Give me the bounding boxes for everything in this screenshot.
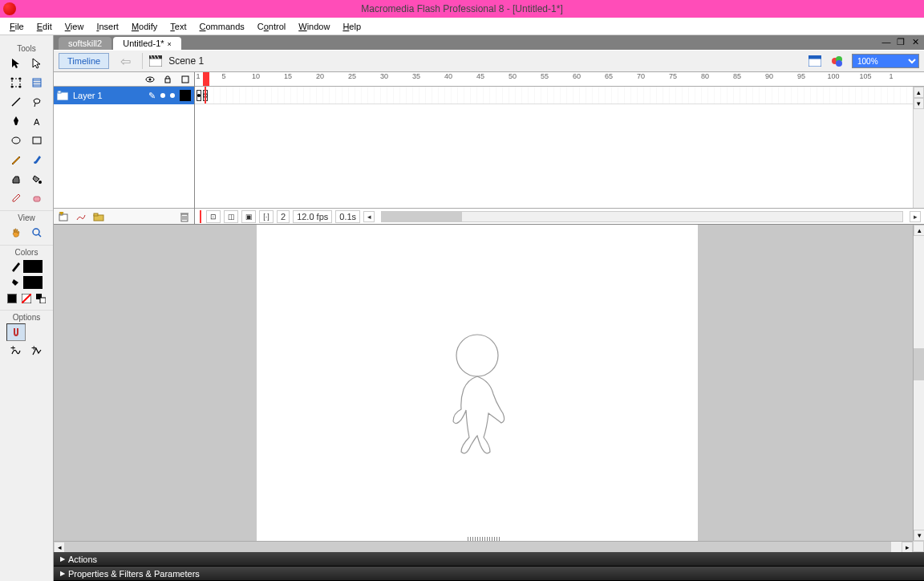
menu-help[interactable]: Help — [336, 20, 367, 33]
svg-rect-24 — [808, 59, 821, 67]
stage-hscroll-left[interactable]: ◂ — [54, 542, 65, 553]
outline-column-icon[interactable] — [180, 74, 191, 85]
document-tabs: softskill2 Untitled-1*× — ❐ ✕ — [54, 35, 924, 50]
menu-window[interactable]: Window — [292, 20, 336, 33]
zoom-select[interactable]: 100% — [852, 54, 919, 68]
menu-view[interactable]: View — [59, 20, 91, 33]
straighten-option[interactable]: + — [27, 343, 47, 360]
scene-back-button[interactable]: ⇦ — [116, 54, 136, 69]
playhead-indicator — [200, 210, 201, 223]
stage-vscroll[interactable]: ▴ ▾ — [913, 225, 924, 541]
brush-tool[interactable] — [27, 151, 47, 169]
onion-skin-button[interactable]: ◫ — [224, 210, 238, 223]
edit-scene-button[interactable] — [807, 53, 823, 69]
menu-edit[interactable]: Edit — [30, 20, 59, 33]
frames-footer: ⊡ ◫ ▣ [·] 2 12.0 fps 0.1s ◂ ▸ — [195, 208, 924, 224]
menu-bar: File Edit View Insert Modify Text Comman… — [0, 18, 924, 35]
visibility-column-icon[interactable] — [144, 74, 156, 85]
svg-text:+: + — [10, 346, 15, 352]
frame-rate: 12.0 fps — [293, 210, 332, 223]
paint-bucket-tool[interactable] — [27, 170, 47, 188]
stage-vscroll-up[interactable]: ▴ — [914, 225, 924, 236]
frames-vscroll-down[interactable]: ▾ — [914, 98, 924, 109]
layer-edit-icon: ✎ — [148, 91, 156, 101]
close-tab-icon[interactable]: × — [168, 40, 172, 48]
keyframe-1[interactable] — [197, 90, 201, 101]
subselection-tool[interactable] — [27, 55, 47, 72]
doc-close-button[interactable]: ✕ — [910, 36, 921, 47]
add-motion-guide-button[interactable] — [75, 210, 87, 223]
smooth-option[interactable]: + — [6, 343, 26, 360]
stage-vscroll-thumb[interactable] — [914, 348, 924, 380]
svg-rect-20 — [40, 298, 46, 303]
lock-column-icon[interactable] — [162, 74, 173, 85]
edit-symbols-button[interactable] — [829, 53, 845, 69]
frames-scroll-right[interactable]: ▸ — [910, 211, 921, 222]
layer-lock-dot[interactable] — [170, 93, 175, 98]
stage-workspace[interactable] — [54, 225, 913, 541]
doc-tab-softskill2[interactable]: softskill2 — [59, 37, 111, 50]
eyedropper-tool[interactable] — [6, 189, 26, 207]
doc-minimize-button[interactable]: — — [881, 36, 892, 47]
menu-text[interactable]: Text — [164, 20, 192, 33]
layer-visible-dot[interactable] — [160, 93, 165, 98]
delete-layer-button[interactable] — [178, 210, 191, 223]
stage-canvas[interactable] — [257, 225, 698, 541]
frames-vscroll[interactable]: ▴ ▾ — [913, 87, 924, 208]
no-color-button[interactable] — [20, 292, 33, 305]
center-frame-button[interactable]: ⊡ — [206, 210, 221, 223]
pen-tool[interactable] — [6, 112, 26, 130]
ink-bottle-tool[interactable] — [6, 170, 26, 188]
playhead[interactable] — [203, 72, 209, 87]
stroke-color-swatch[interactable] — [23, 260, 43, 273]
eraser-tool[interactable] — [27, 189, 47, 207]
menu-commands[interactable]: Commands — [193, 20, 251, 33]
frames-vscroll-up[interactable]: ▴ — [914, 87, 924, 98]
lasso-tool[interactable] — [27, 93, 47, 111]
stage-resize-grip[interactable] — [468, 537, 500, 541]
edit-multiple-frames-button[interactable]: [·] — [259, 210, 274, 223]
rectangle-tool[interactable] — [27, 132, 47, 149]
pencil-tool[interactable] — [6, 151, 26, 169]
add-folder-button[interactable] — [92, 210, 105, 223]
gradient-transform-tool[interactable] — [27, 74, 47, 91]
swap-colors-button[interactable] — [34, 292, 47, 305]
stage-vscroll-down[interactable]: ▾ — [914, 530, 924, 541]
drawn-figure[interactable] — [437, 333, 517, 469]
frames-hscroll[interactable] — [381, 211, 903, 222]
doc-tab-untitled[interactable]: Untitled-1*× — [113, 37, 181, 50]
frames-empty-area — [195, 104, 924, 208]
stage-hscroll-right[interactable]: ▸ — [902, 542, 913, 553]
default-colors-button[interactable] — [6, 292, 18, 305]
free-transform-tool[interactable] — [6, 74, 26, 91]
actions-panel-header[interactable]: ▶Actions — [54, 552, 924, 567]
timeline-toggle-button[interactable]: Timeline — [59, 53, 109, 69]
onion-skin-outlines-button[interactable]: ▣ — [241, 210, 256, 223]
text-tool[interactable]: A — [27, 112, 47, 130]
line-tool[interactable] — [6, 93, 26, 111]
properties-panel-header[interactable]: ▶Properties & Filters & Parameters — [54, 567, 924, 581]
doc-restore-button[interactable]: ❐ — [895, 36, 906, 47]
frames-scroll-left[interactable]: ◂ — [363, 211, 375, 222]
fill-color-row — [10, 276, 43, 289]
svg-rect-38 — [94, 213, 98, 216]
hand-tool[interactable] — [6, 224, 26, 242]
menu-control[interactable]: Control — [251, 20, 292, 33]
fill-color-swatch[interactable] — [23, 276, 43, 289]
oval-tool[interactable] — [6, 132, 26, 149]
menu-modify[interactable]: Modify — [125, 20, 164, 33]
panel-title: Properties & Filters & Parameters — [68, 569, 200, 579]
menu-insert[interactable]: Insert — [90, 20, 125, 33]
timeline-ruler[interactable]: 1 5 10 15 20 25 30 35 40 45 50 55 60 65 … — [195, 72, 924, 87]
frames-row[interactable] — [195, 87, 924, 104]
selection-tool[interactable] — [6, 55, 26, 72]
layer-row[interactable]: Layer 1 ✎ — [54, 87, 194, 104]
stage-hscroll[interactable]: ◂ ▸ — [54, 541, 913, 552]
snap-option[interactable] — [6, 323, 26, 341]
layer-outline-color[interactable] — [180, 90, 191, 101]
stage-hscroll-thumb[interactable] — [65, 542, 891, 552]
add-layer-button[interactable]: ✦ — [57, 210, 70, 223]
menu-file[interactable]: File — [3, 20, 30, 33]
keyframe-2[interactable] — [203, 90, 208, 101]
zoom-tool[interactable] — [27, 224, 47, 242]
